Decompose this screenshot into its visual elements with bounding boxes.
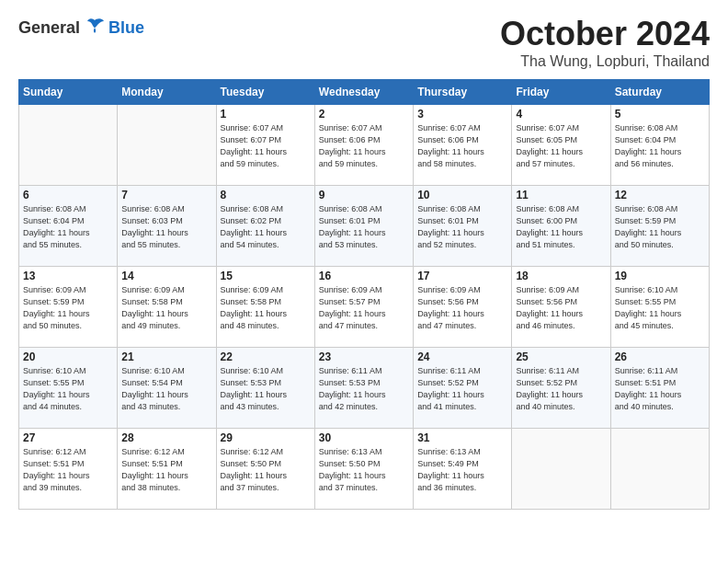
day-info: Sunrise: 6:11 AM Sunset: 5:53 PM Dayligh… [319, 365, 409, 413]
day-info: Sunrise: 6:11 AM Sunset: 5:52 PM Dayligh… [516, 365, 606, 413]
day-number: 12 [615, 189, 705, 201]
day-number: 6 [23, 189, 113, 201]
day-number: 15 [221, 270, 311, 282]
day-number: 14 [121, 270, 211, 282]
calendar-table: SundayMondayTuesdayWednesdayThursdayFrid… [18, 79, 710, 510]
calendar-cell: 14Sunrise: 6:09 AM Sunset: 5:58 PM Dayli… [118, 267, 216, 348]
day-number: 31 [417, 431, 507, 444]
day-number: 17 [417, 270, 507, 282]
day-number: 20 [23, 350, 113, 363]
calendar-week-5: 27Sunrise: 6:12 AM Sunset: 5:51 PM Dayli… [19, 429, 710, 510]
day-number: 9 [319, 189, 409, 201]
day-number: 3 [417, 108, 507, 121]
day-info: Sunrise: 6:09 AM Sunset: 5:56 PM Dayligh… [417, 284, 507, 332]
page-header: General Blue October 2024 Tha Wung, Lopb… [18, 15, 710, 70]
calendar-cell: 23Sunrise: 6:11 AM Sunset: 5:53 PM Dayli… [314, 348, 413, 429]
day-number: 27 [23, 431, 113, 444]
calendar-cell: 29Sunrise: 6:12 AM Sunset: 5:50 PM Dayli… [216, 429, 314, 510]
day-number: 8 [221, 189, 311, 201]
day-info: Sunrise: 6:08 AM Sunset: 6:00 PM Dayligh… [516, 203, 606, 251]
header-friday: Friday [512, 80, 610, 105]
calendar-cell: 20Sunrise: 6:10 AM Sunset: 5:55 PM Dayli… [19, 348, 118, 429]
header-tuesday: Tuesday [216, 80, 314, 105]
day-number: 2 [319, 108, 409, 121]
day-info: Sunrise: 6:08 AM Sunset: 6:03 PM Dayligh… [121, 203, 211, 251]
day-info: Sunrise: 6:10 AM Sunset: 5:53 PM Dayligh… [221, 365, 311, 413]
day-info: Sunrise: 6:12 AM Sunset: 5:51 PM Dayligh… [23, 446, 113, 494]
calendar-cell: 7Sunrise: 6:08 AM Sunset: 6:03 PM Daylig… [118, 186, 216, 267]
day-info: Sunrise: 6:10 AM Sunset: 5:55 PM Dayligh… [615, 284, 705, 332]
calendar-cell: 9Sunrise: 6:08 AM Sunset: 6:01 PM Daylig… [314, 186, 413, 267]
day-info: Sunrise: 6:07 AM Sunset: 6:07 PM Dayligh… [221, 122, 311, 170]
logo: General Blue [18, 15, 144, 40]
calendar-cell: 15Sunrise: 6:09 AM Sunset: 5:58 PM Dayli… [216, 267, 314, 348]
calendar-cell: 4Sunrise: 6:07 AM Sunset: 6:05 PM Daylig… [512, 105, 610, 186]
calendar-cell: 22Sunrise: 6:10 AM Sunset: 5:53 PM Dayli… [216, 348, 314, 429]
calendar-cell: 6Sunrise: 6:08 AM Sunset: 6:04 PM Daylig… [19, 186, 118, 267]
day-info: Sunrise: 6:09 AM Sunset: 5:59 PM Dayligh… [23, 284, 113, 332]
calendar-cell [610, 429, 709, 510]
day-number: 30 [319, 431, 409, 444]
calendar-cell [19, 105, 118, 186]
day-info: Sunrise: 6:11 AM Sunset: 5:51 PM Dayligh… [615, 365, 705, 413]
day-info: Sunrise: 6:07 AM Sunset: 6:06 PM Dayligh… [417, 122, 507, 170]
day-info: Sunrise: 6:13 AM Sunset: 5:49 PM Dayligh… [417, 446, 507, 494]
day-info: Sunrise: 6:09 AM Sunset: 5:56 PM Dayligh… [516, 284, 606, 332]
day-number: 23 [319, 350, 409, 363]
calendar-cell: 12Sunrise: 6:08 AM Sunset: 5:59 PM Dayli… [610, 186, 709, 267]
day-number: 28 [121, 431, 211, 444]
day-number: 7 [121, 189, 211, 201]
location-title: Tha Wung, Lopburi, Thailand [500, 53, 710, 70]
calendar-cell [512, 429, 610, 510]
header-sunday: Sunday [19, 80, 118, 105]
header-saturday: Saturday [610, 80, 709, 105]
day-info: Sunrise: 6:08 AM Sunset: 6:04 PM Dayligh… [23, 203, 113, 251]
calendar-cell: 1Sunrise: 6:07 AM Sunset: 6:07 PM Daylig… [216, 105, 314, 186]
day-info: Sunrise: 6:08 AM Sunset: 6:01 PM Dayligh… [417, 203, 507, 251]
logo-bird-icon [82, 15, 108, 40]
day-info: Sunrise: 6:09 AM Sunset: 5:58 PM Dayligh… [221, 284, 311, 332]
day-number: 4 [516, 108, 606, 121]
day-info: Sunrise: 6:13 AM Sunset: 5:50 PM Dayligh… [319, 446, 409, 494]
calendar-cell: 13Sunrise: 6:09 AM Sunset: 5:59 PM Dayli… [19, 267, 118, 348]
day-number: 16 [319, 270, 409, 282]
logo-general-text: General [18, 18, 80, 38]
calendar-cell: 3Sunrise: 6:07 AM Sunset: 6:06 PM Daylig… [414, 105, 512, 186]
day-info: Sunrise: 6:11 AM Sunset: 5:52 PM Dayligh… [417, 365, 507, 413]
calendar-cell: 8Sunrise: 6:08 AM Sunset: 6:02 PM Daylig… [216, 186, 314, 267]
day-info: Sunrise: 6:07 AM Sunset: 6:06 PM Dayligh… [319, 122, 409, 170]
calendar-cell: 11Sunrise: 6:08 AM Sunset: 6:00 PM Dayli… [512, 186, 610, 267]
day-info: Sunrise: 6:10 AM Sunset: 5:55 PM Dayligh… [23, 365, 113, 413]
day-number: 19 [615, 270, 705, 282]
calendar-cell: 17Sunrise: 6:09 AM Sunset: 5:56 PM Dayli… [414, 267, 512, 348]
header-thursday: Thursday [414, 80, 512, 105]
day-number: 25 [516, 350, 606, 363]
day-info: Sunrise: 6:12 AM Sunset: 5:51 PM Dayligh… [121, 446, 211, 494]
calendar-cell: 28Sunrise: 6:12 AM Sunset: 5:51 PM Dayli… [118, 429, 216, 510]
day-number: 1 [221, 108, 311, 121]
calendar-cell: 26Sunrise: 6:11 AM Sunset: 5:51 PM Dayli… [610, 348, 709, 429]
calendar-cell: 10Sunrise: 6:08 AM Sunset: 6:01 PM Dayli… [414, 186, 512, 267]
day-number: 18 [516, 270, 606, 282]
day-number: 21 [121, 350, 211, 363]
logo-blue-text: Blue [108, 18, 144, 38]
day-info: Sunrise: 6:09 AM Sunset: 5:57 PM Dayligh… [319, 284, 409, 332]
calendar-cell: 5Sunrise: 6:08 AM Sunset: 6:04 PM Daylig… [610, 105, 709, 186]
day-number: 13 [23, 270, 113, 282]
day-info: Sunrise: 6:10 AM Sunset: 5:54 PM Dayligh… [121, 365, 211, 413]
calendar-cell: 19Sunrise: 6:10 AM Sunset: 5:55 PM Dayli… [610, 267, 709, 348]
calendar-cell: 18Sunrise: 6:09 AM Sunset: 5:56 PM Dayli… [512, 267, 610, 348]
day-number: 26 [615, 350, 705, 363]
calendar-week-3: 13Sunrise: 6:09 AM Sunset: 5:59 PM Dayli… [19, 267, 710, 348]
calendar-header-row: SundayMondayTuesdayWednesdayThursdayFrid… [19, 80, 710, 105]
day-number: 10 [417, 189, 507, 201]
calendar-cell: 25Sunrise: 6:11 AM Sunset: 5:52 PM Dayli… [512, 348, 610, 429]
day-info: Sunrise: 6:08 AM Sunset: 5:59 PM Dayligh… [615, 203, 705, 251]
day-number: 29 [221, 431, 311, 444]
calendar-cell [118, 105, 216, 186]
calendar-week-4: 20Sunrise: 6:10 AM Sunset: 5:55 PM Dayli… [19, 348, 710, 429]
calendar-cell: 16Sunrise: 6:09 AM Sunset: 5:57 PM Dayli… [314, 267, 413, 348]
day-info: Sunrise: 6:08 AM Sunset: 6:02 PM Dayligh… [221, 203, 311, 251]
calendar-week-2: 6Sunrise: 6:08 AM Sunset: 6:04 PM Daylig… [19, 186, 710, 267]
day-info: Sunrise: 6:08 AM Sunset: 6:01 PM Dayligh… [319, 203, 409, 251]
